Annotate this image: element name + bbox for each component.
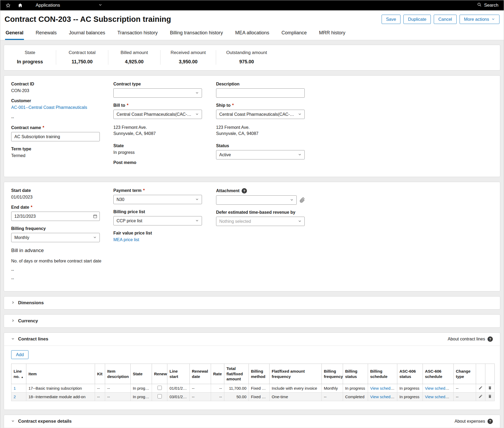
renew-checkbox[interactable] (158, 394, 162, 398)
tab-mrr-history[interactable]: MRR history (319, 28, 346, 40)
cell-billing-status: In progress (343, 384, 368, 392)
state-value: In progress (113, 150, 216, 155)
col-asc606-schedule: ASC-606 schedule (423, 364, 454, 384)
end-date-input[interactable] (11, 212, 100, 221)
col-line-no[interactable]: Line no.▲ (11, 364, 26, 384)
edit-icon[interactable] (478, 394, 483, 398)
cell-flat-fixed-frequency: One-time (270, 392, 322, 401)
tab-mea-allocations[interactable]: MEA allocations (235, 28, 270, 40)
defer-revenue-select[interactable]: Nothing selected (216, 217, 305, 226)
contract-lines-help-icon[interactable] (488, 336, 493, 342)
summary-received-amount: Received amount 3,950.00 (160, 50, 216, 65)
duplicate-button[interactable]: Duplicate (403, 15, 431, 24)
home-icon[interactable] (18, 3, 23, 8)
contract-lines-toggle[interactable]: Contract lines (11, 336, 48, 342)
summary-label: Received amount (171, 50, 206, 55)
status-select[interactable]: Active (216, 150, 305, 159)
tab-journal-balances[interactable]: Journal balances (68, 28, 106, 40)
status-label: Status (216, 143, 493, 148)
tab-general[interactable]: General (5, 28, 24, 40)
billing-price-list-select[interactable]: CCP price list (113, 216, 202, 225)
chevron-down-icon (491, 17, 495, 22)
contract-type-label: Contract type (113, 82, 216, 87)
summary-value: 11,750.00 (66, 59, 98, 65)
cell-asc606-status: In progress (397, 392, 423, 401)
chevron-down-icon (298, 112, 301, 117)
line-number-link[interactable]: 1 (14, 386, 16, 390)
currency-section-toggle[interactable]: Currency (4, 314, 500, 328)
contract-expense-toggle[interactable]: Contract expense details (11, 419, 72, 424)
cell-renewal-date: -- (190, 392, 211, 401)
billing-frequency-label: Billing frequency (11, 226, 113, 231)
billing-schedule-link[interactable]: View schedule (370, 386, 396, 390)
bill-to-address: 123 Fremont Ave. Sunnyvale, CA, 94087 (113, 124, 216, 137)
search-button[interactable]: Search (477, 2, 498, 8)
payment-term-select[interactable]: N30 (113, 195, 202, 204)
contract-type-select[interactable] (113, 88, 202, 98)
bill-to-select[interactable]: Central Coast Pharmaceuticals(CAC-001) (113, 110, 202, 119)
asc606-schedule-link[interactable]: View schedule 1 (425, 386, 454, 390)
save-button[interactable]: Save (382, 15, 401, 24)
billing-frequency-select[interactable]: Monthly (11, 233, 100, 242)
chevron-down-icon (298, 153, 301, 157)
attachment-help-icon[interactable] (242, 188, 247, 194)
chevron-right-icon (11, 318, 15, 324)
contract-line-row-2: 2 18--Intermediate module add-on -- -- I… (11, 392, 495, 401)
summary-label: Contract total (66, 50, 98, 55)
tab-compliance[interactable]: Compliance (281, 28, 307, 40)
tab-billing-transaction-history[interactable]: Billing transaction history (170, 28, 224, 40)
general-info-card: Contract ID CON-203 Customer AC-001--Cen… (4, 75, 500, 177)
search-icon (477, 2, 482, 8)
expenses-help-icon[interactable] (488, 419, 493, 424)
col-flat-fixed-amount-frequency: Flat/fixed amount frequency (270, 364, 322, 384)
days-before-value: -- (11, 276, 113, 281)
cell-item: 18--Intermediate module add-on (26, 392, 95, 401)
billing-schedule-link[interactable]: View schedule (370, 394, 396, 399)
dimensions-section-toggle[interactable]: Dimensions (4, 296, 500, 310)
chevron-down-icon (195, 219, 199, 223)
contract-lines-header: Contract lines About contract lines (4, 333, 500, 346)
summary-bar: State In progress Contract total 11,750.… (4, 45, 500, 71)
tab-transaction-history[interactable]: Transaction history (117, 28, 158, 40)
paperclip-icon[interactable] (300, 197, 305, 203)
description-input[interactable] (216, 88, 305, 98)
col-state: State (131, 364, 152, 384)
more-actions-button[interactable]: More actions (460, 15, 499, 24)
chevron-down-icon (11, 336, 15, 342)
sort-ascending-icon: ▲ (21, 376, 24, 378)
ship-to-select[interactable]: Central Coast Pharmaceuticals(CAC-001) (216, 110, 305, 119)
delete-icon[interactable] (488, 386, 492, 390)
cell-billing-frequency: -- (322, 392, 343, 401)
attachment-label: Attachment (216, 188, 493, 194)
tab-renewals[interactable]: Renewals (35, 28, 57, 40)
about-expenses: About expenses (455, 419, 493, 424)
applications-label: Applications (36, 3, 60, 8)
search-label: Search (484, 3, 498, 8)
calendar-icon[interactable] (93, 214, 97, 219)
contract-expense-header: Contract expense details About expenses (4, 415, 500, 428)
cell-billing-method: Fixed price (249, 392, 270, 401)
cancel-button[interactable]: Cancel (434, 15, 456, 24)
asc606-schedule-link[interactable]: View schedule 1 (425, 394, 454, 399)
summary-label: Billed amount (118, 50, 150, 55)
mea-price-list-link[interactable]: MEA price list (113, 237, 139, 242)
customer-link[interactable]: AC-001--Central Coast Pharmaceuticals (11, 105, 87, 110)
cell-rate: -- (211, 392, 224, 401)
favorites-star-icon[interactable] (6, 3, 11, 8)
line-number-link[interactable]: 2 (14, 394, 16, 399)
ship-to-label: Ship to (216, 103, 493, 108)
contract-lines-card: Contract lines About contract lines Add (4, 332, 500, 410)
col-item-description: Item description (105, 364, 131, 384)
col-change-type: Change type (454, 364, 476, 384)
cell-line-start: 01/01/2023 (167, 384, 190, 392)
applications-menu[interactable]: Applications (36, 3, 102, 8)
contract-name-label: Contract name (11, 125, 113, 130)
contract-name-input[interactable] (11, 132, 100, 141)
attachment-select[interactable] (216, 195, 297, 205)
contract-lines-title: Contract lines (18, 336, 48, 342)
edit-icon[interactable] (478, 386, 483, 390)
add-contract-line-button[interactable]: Add (11, 350, 28, 359)
cell-total: 11,700.00 (224, 384, 249, 392)
renew-checkbox[interactable] (158, 386, 162, 390)
delete-icon[interactable] (488, 394, 492, 398)
